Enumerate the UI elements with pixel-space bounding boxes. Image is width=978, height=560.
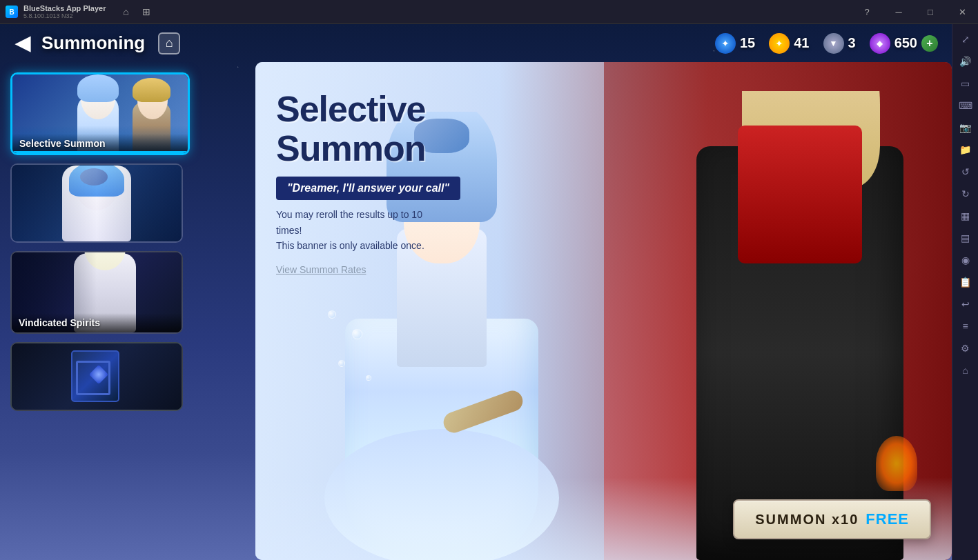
shard-value: 3 [848, 35, 856, 51]
banner-quote: "Dreamer, I'll answer your call" [276, 177, 460, 200]
top-navigation: ◀ Summoning ⌂ ✦ 15 ✦ 41 ▼ [0, 24, 952, 62]
sidebar-volume-icon[interactable]: 🔊 [956, 52, 975, 71]
banner-card-4[interactable] [10, 342, 183, 411]
fire-effect [876, 436, 917, 491]
banner-text-area: Selective Summon "Dreamer, I'll answer y… [276, 90, 538, 276]
sidebar-expand-icon[interactable]: ⤢ [956, 30, 975, 49]
diamond-value: 650 [894, 35, 917, 51]
app-name: BlueStacks App Player [23, 4, 106, 12]
vindicated-spirits-label: Vindicated Spirits [12, 313, 182, 332]
window-controls: ? ─ □ ✕ [851, 0, 978, 24]
sidebar-layers-icon[interactable]: ≡ [956, 317, 975, 336]
sidebar-settings-icon[interactable]: ⚙ [956, 339, 975, 358]
add-diamond-button[interactable]: + [921, 35, 938, 52]
home-icon: ⌂ [158, 32, 180, 54]
sidebar-calendar-icon[interactable]: ▤ [956, 228, 975, 248]
bluestacks-logo: B [6, 6, 18, 18]
banner-description: You may reroll the results up to 10 time… [276, 207, 538, 253]
banner-card-2[interactable] [10, 163, 183, 243]
banner-card-selective-summon[interactable]: Selective Summon [10, 72, 190, 155]
currency-gold-gem: ✦ 41 [769, 33, 809, 54]
home-button[interactable]: ⌂ [155, 30, 183, 57]
gold-gem-icon: ✦ [769, 33, 790, 54]
sidebar-grid-icon[interactable]: ▦ [956, 206, 975, 226]
gold-gem-value: 41 [794, 35, 809, 51]
blue-crystal-value: 15 [740, 35, 755, 51]
sidebar-keyboard-icon[interactable]: ⌨ [956, 96, 975, 115]
sidebar-display-icon[interactable]: ▭ [956, 74, 975, 93]
game-area: ◀ Summoning ⌂ ✦ 15 ✦ 41 ▼ [0, 24, 952, 560]
layers-icon[interactable]: ⊞ [140, 6, 153, 18]
page-title: Summoning [41, 32, 145, 54]
banner-main-title: Selective Summon [276, 90, 538, 168]
diamond-icon: ◆ [870, 33, 890, 54]
selective-summon-label: Selective Summon [12, 134, 188, 153]
view-summon-rates-link[interactable]: View Summon Rates [276, 264, 366, 275]
titlebar-nav-icons: ⌂ ⊞ [119, 6, 153, 18]
summon-cost-label: FREE [865, 510, 909, 528]
summon-button-label: SUMMON x10 [755, 512, 859, 528]
shard-icon: ▼ [823, 33, 844, 54]
currency-bar: ✦ 15 ✦ 41 ▼ 3 ◆ 650 + [715, 24, 952, 62]
sidebar-camera-icon[interactable]: ◉ [956, 250, 975, 270]
currency-blue-crystal: ✦ 15 [715, 33, 755, 54]
bluestacks-right-sidebar: ⤢ 🔊 ▭ ⌨ 📷 📁 ↺ ↻ ▦ ▤ ◉ 📋 ↩ ≡ ⚙ ⌂ [952, 24, 978, 560]
app-version: 5.8.100.1013 N32 [23, 12, 106, 19]
sidebar-files-icon[interactable]: 📋 [956, 272, 975, 292]
sidebar-folder-icon[interactable]: 📁 [956, 140, 975, 159]
sidebar-back-arrow[interactable]: ↩ [956, 294, 975, 314]
close-button[interactable]: ✕ [946, 0, 978, 24]
currency-shard: ▼ 3 [823, 33, 856, 54]
sidebar-screenshot-icon[interactable]: 📷 [956, 118, 975, 137]
banner-list-panel: Selective Summon [0, 62, 235, 560]
summon-button-area: SUMMON x10 FREE [733, 499, 931, 539]
summon-x10-button[interactable]: SUMMON x10 FREE [733, 499, 931, 539]
sidebar-home-icon[interactable]: ⌂ [956, 361, 975, 380]
blue-crystal-icon: ✦ [715, 33, 736, 54]
main-banner-display: Selective Summon "Dreamer, I'll answer y… [255, 62, 952, 560]
maximize-button[interactable]: □ [915, 0, 946, 24]
help-button[interactable]: ? [851, 0, 883, 24]
currency-diamond: ◆ 650 + [870, 33, 938, 54]
back-button[interactable]: ◀ [10, 31, 35, 55]
minimize-button[interactable]: ─ [883, 0, 915, 24]
titlebar: B BlueStacks App Player 5.8.100.1013 N32… [0, 0, 978, 24]
sidebar-rotate2-icon[interactable]: ↻ [956, 184, 975, 203]
banner-card-vindicated-spirits[interactable]: Vindicated Spirits [10, 251, 183, 334]
character-dark-hair [662, 91, 938, 560]
sidebar-rotate-icon[interactable]: ↺ [956, 162, 975, 181]
home-nav-icon[interactable]: ⌂ [119, 6, 132, 18]
